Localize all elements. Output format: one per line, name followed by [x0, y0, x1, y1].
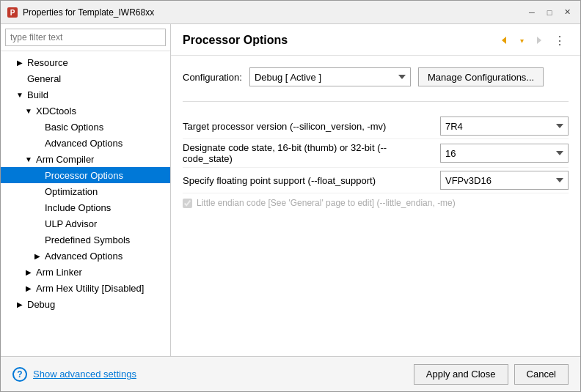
tree-arrow-arm-linker: ▶ — [24, 268, 33, 276]
option-control-target-processor: 7R4 — [440, 117, 569, 136]
tree-item-arm-hex-utility[interactable]: ▶Arm Hex Utility [Disabled] — [1, 280, 170, 296]
tree-item-processor-options[interactable]: Processor Options — [1, 167, 170, 183]
tree-label-advanced-options-ac: Advanced Options — [45, 251, 170, 262]
tree-label-ulp-advisor: ULP Advisor — [45, 218, 170, 229]
configuration-row: Configuration: Debug [ Active ] Manage C… — [183, 67, 569, 86]
tree: ▶ResourceGeneral▼Build▼XDCtoolsBasic Opt… — [1, 51, 170, 356]
search-box — [1, 24, 170, 51]
tree-label-xdctools: XDCtools — [36, 106, 170, 117]
tree-arrow-xdctools: ▼ — [24, 107, 33, 115]
option-label-float-support: Specify floating point support (--float_… — [183, 175, 440, 186]
menu-button[interactable]: ⋮ — [551, 32, 569, 49]
tree-item-advanced-options-xdc[interactable]: Advanced Options — [1, 135, 170, 151]
tree-item-include-options[interactable]: Include Options — [1, 199, 170, 215]
option-control-code-state: 16 — [440, 144, 569, 163]
left-panel: ▶ResourceGeneral▼Build▼XDCtoolsBasic Opt… — [1, 24, 171, 356]
forward-button[interactable] — [530, 32, 548, 49]
tree-label-optimization: Optimization — [45, 186, 170, 197]
apply-close-button[interactable]: Apply and Close — [414, 364, 508, 385]
app-icon: P — [7, 7, 18, 18]
right-panel: Processor Options ▾ ⋮ — [171, 24, 580, 356]
window-controls: ─ □ ✕ — [525, 5, 574, 20]
tree-item-ulp-advisor[interactable]: ULP Advisor — [1, 215, 170, 232]
tree-label-debug: Debug — [27, 299, 170, 310]
tree-arrow-build: ▼ — [15, 91, 24, 99]
tree-label-include-options: Include Options — [45, 202, 170, 213]
option-row-float-support: Specify floating point support (--float_… — [183, 168, 569, 193]
help-icon[interactable]: ? — [12, 367, 27, 382]
tree-item-xdctools[interactable]: ▼XDCtools — [1, 103, 170, 119]
little-endian-checkbox[interactable] — [183, 199, 192, 208]
config-label: Configuration: — [183, 72, 242, 83]
svg-marker-3 — [537, 37, 541, 44]
tree-arrow-arm-hex-utility: ▶ — [24, 284, 33, 292]
main-content: ▶ResourceGeneral▼Build▼XDCtoolsBasic Opt… — [1, 24, 580, 356]
tree-item-basic-options[interactable]: Basic Options — [1, 119, 170, 135]
bottom-bar: ? Show advanced settings Apply and Close… — [1, 356, 580, 391]
advanced-settings-link[interactable]: Show advanced settings — [33, 369, 136, 380]
option-select-target-processor[interactable]: 7R4 — [440, 117, 569, 136]
tree-arrow-resource: ▶ — [15, 59, 24, 67]
search-input[interactable] — [5, 29, 166, 46]
tree-label-arm-compiler: Arm Compiler — [36, 154, 170, 165]
svg-text:P: P — [10, 9, 15, 17]
minimize-button[interactable]: ─ — [525, 5, 539, 20]
manage-configurations-button[interactable]: Manage Configurations... — [418, 67, 544, 86]
tree-item-advanced-options-ac[interactable]: ▶Advanced Options — [1, 248, 170, 264]
tree-label-resource: Resource — [27, 57, 170, 68]
little-endian-row: Little endian code [See 'General' page t… — [183, 193, 569, 212]
tree-label-arm-linker: Arm Linker — [36, 267, 170, 278]
tree-label-build: Build — [27, 89, 170, 100]
tree-item-debug[interactable]: ▶Debug — [1, 296, 170, 312]
tree-arrow-arm-compiler: ▼ — [24, 155, 33, 163]
titlebar: P Properties for Template_IWR68xx ─ □ ✕ — [1, 1, 580, 24]
header-toolbar: ▾ ⋮ — [495, 32, 569, 49]
main-window: P Properties for Template_IWR68xx ─ □ ✕ … — [0, 0, 581, 392]
tree-label-processor-options: Processor Options — [45, 170, 170, 181]
tree-label-predefined-symbols: Predefined Symbols — [45, 234, 170, 245]
tree-arrow-debug: ▶ — [15, 300, 24, 308]
option-select-code-state[interactable]: 16 — [440, 144, 569, 163]
tree-item-optimization[interactable]: Optimization — [1, 183, 170, 199]
tree-arrow-advanced-options-ac: ▶ — [33, 252, 42, 260]
configuration-select[interactable]: Debug [ Active ] — [249, 67, 411, 86]
window-title: Properties for Template_IWR68xx — [23, 7, 525, 18]
right-header: Processor Options ▾ ⋮ — [171, 24, 580, 56]
option-label-code-state: Designate code state, 16-bit (thumb) or … — [183, 142, 440, 164]
tree-item-general[interactable]: General — [1, 70, 170, 86]
tree-label-arm-hex-utility: Arm Hex Utility [Disabled] — [36, 283, 170, 294]
little-endian-label: Little endian code [See 'General' page t… — [197, 198, 456, 208]
close-button[interactable]: ✕ — [560, 5, 574, 20]
option-row-code-state: Designate code state, 16-bit (thumb) or … — [183, 139, 569, 168]
bottom-left: ? Show advanced settings — [12, 367, 136, 382]
tree-item-build[interactable]: ▼Build — [1, 86, 170, 103]
options-container: Target processor version (--silicon_vers… — [183, 114, 569, 193]
option-row-target-processor: Target processor version (--silicon_vers… — [183, 114, 569, 139]
back-button[interactable] — [495, 32, 513, 49]
divider — [183, 101, 569, 102]
tree-item-predefined-symbols[interactable]: Predefined Symbols — [1, 232, 170, 248]
panel-title: Processor Options — [183, 34, 288, 47]
bottom-right: Apply and Close Cancel — [414, 364, 569, 385]
option-control-float-support: VFPv3D16 — [440, 171, 569, 190]
right-body: Configuration: Debug [ Active ] Manage C… — [171, 56, 580, 356]
tree-label-general: General — [27, 73, 170, 84]
tree-item-arm-linker[interactable]: ▶Arm Linker — [1, 264, 170, 280]
back-dropdown-button[interactable]: ▾ — [516, 32, 527, 49]
option-select-float-support[interactable]: VFPv3D16 — [440, 171, 569, 190]
cancel-button[interactable]: Cancel — [514, 364, 569, 385]
tree-item-arm-compiler[interactable]: ▼Arm Compiler — [1, 151, 170, 167]
tree-label-basic-options: Basic Options — [45, 122, 170, 133]
tree-label-advanced-options-xdc: Advanced Options — [45, 138, 170, 149]
option-label-target-processor: Target processor version (--silicon_vers… — [183, 121, 440, 132]
svg-marker-2 — [502, 37, 506, 44]
tree-item-resource[interactable]: ▶Resource — [1, 54, 170, 70]
maximize-button[interactable]: □ — [542, 5, 557, 20]
